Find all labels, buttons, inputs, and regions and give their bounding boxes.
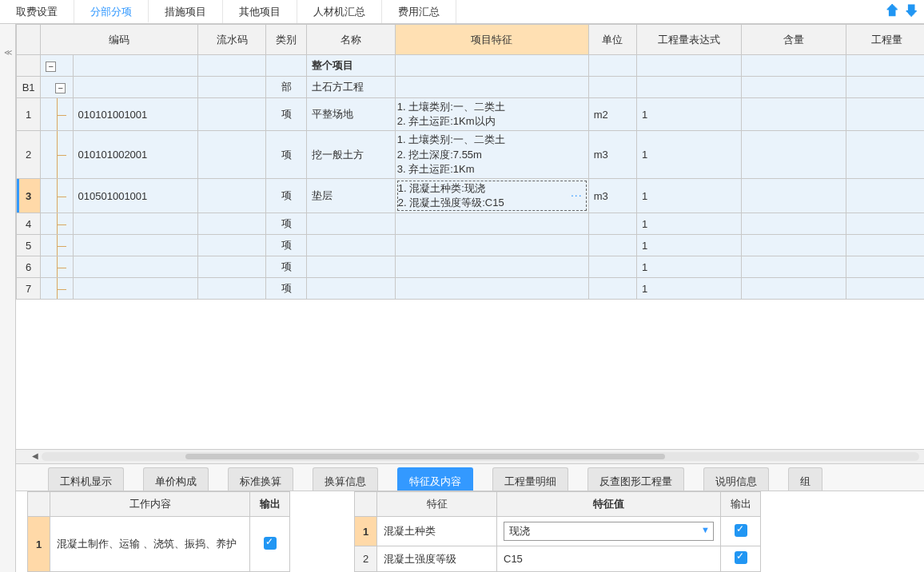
tab-fee-settings[interactable]: 取费设置 bbox=[0, 0, 74, 23]
cell-code[interactable] bbox=[73, 213, 197, 235]
btab-qty-detail[interactable]: 工程量明细 bbox=[492, 467, 568, 491]
checkbox-checked-icon[interactable] bbox=[264, 537, 277, 550]
cell-output[interactable] bbox=[721, 546, 761, 572]
tab-measures[interactable]: 措施项目 bbox=[149, 0, 223, 23]
btab-desc[interactable]: 说明信息 bbox=[703, 467, 769, 491]
header-feature[interactable]: 特征 bbox=[377, 492, 497, 517]
feature-row[interactable]: 1 混凝土种类 现浇▼ bbox=[355, 517, 761, 546]
cell-expr[interactable]: 1 bbox=[637, 178, 742, 213]
checkbox-checked-icon[interactable] bbox=[735, 524, 747, 537]
feature-row[interactable]: 2 混凝土强度等级 C15 bbox=[355, 546, 761, 572]
sidebar-collapse-toggle[interactable]: ≪ bbox=[0, 24, 16, 572]
checkbox-checked-icon[interactable] bbox=[735, 551, 747, 564]
btab-group[interactable]: 组 bbox=[788, 467, 822, 491]
chevron-down-icon[interactable]: ▼ bbox=[701, 525, 710, 534]
table-row[interactable]: 7 项 1 bbox=[17, 278, 925, 300]
cell-eng-qty[interactable] bbox=[846, 235, 924, 256]
header-code[interactable]: 编码 bbox=[41, 25, 198, 55]
table-row-section[interactable]: B1 − 部 土石方工程 bbox=[17, 77, 925, 98]
cell-seq[interactable] bbox=[197, 213, 266, 235]
cell-expr[interactable]: 1 bbox=[637, 256, 742, 278]
table-row[interactable]: 5 项 1 bbox=[17, 235, 925, 256]
cell-eng-qty[interactable] bbox=[846, 98, 924, 131]
header-name[interactable]: 名称 bbox=[306, 25, 395, 55]
cell-qty[interactable] bbox=[742, 278, 846, 300]
cell-qty[interactable] bbox=[742, 131, 846, 179]
cell-eng-qty[interactable] bbox=[846, 256, 924, 278]
cell-seq[interactable] bbox=[197, 235, 266, 256]
cell-code[interactable] bbox=[73, 235, 197, 256]
cell-eng-qty[interactable] bbox=[846, 213, 924, 235]
table-row[interactable]: 4 项 1 bbox=[17, 213, 925, 235]
work-row[interactable]: 1 混凝土制作、运输 、浇筑、振捣、养护 bbox=[28, 517, 290, 572]
cell-code[interactable] bbox=[73, 256, 197, 278]
cell-eng-qty[interactable] bbox=[846, 131, 924, 179]
cell-name[interactable]: 挖一般土方 bbox=[306, 131, 395, 179]
header-eng-qty[interactable]: 工程量 bbox=[846, 25, 924, 55]
cell-eng-qty[interactable] bbox=[846, 178, 924, 213]
header-output[interactable]: 输出 bbox=[721, 492, 761, 517]
cell-name[interactable] bbox=[306, 213, 395, 235]
cell-feature-selected[interactable]: 1. 混凝土种类:现浇2. 混凝土强度等级:C15··· bbox=[397, 181, 587, 211]
cell-expr[interactable]: 1 bbox=[637, 235, 742, 256]
cell-feature-value[interactable]: C15 bbox=[497, 546, 721, 572]
table-row[interactable]: 2 010101002001 项 挖一般土方 1. 土壤类别:一、二类土2. 挖… bbox=[17, 131, 925, 179]
header-work[interactable]: 工作内容 bbox=[50, 492, 250, 517]
header-qty[interactable]: 含量 bbox=[742, 25, 846, 55]
arrow-down-icon[interactable]: 🡇 bbox=[905, 3, 919, 20]
cell-expr[interactable]: 1 bbox=[637, 213, 742, 235]
header-category[interactable]: 类别 bbox=[266, 25, 306, 55]
btab-materials[interactable]: 工料机显示 bbox=[48, 467, 124, 491]
cell-seq[interactable] bbox=[197, 178, 266, 213]
cell-feature-value[interactable]: 现浇▼ bbox=[497, 517, 721, 546]
cell-name[interactable] bbox=[306, 278, 395, 300]
cell-code[interactable]: 010501001001 bbox=[73, 178, 197, 213]
header-seq[interactable]: 流水码 bbox=[197, 25, 266, 55]
header-feature[interactable]: 项目特征 bbox=[395, 25, 588, 55]
table-row[interactable]: 3 010501001001 项 垫层 1. 混凝土种类:现浇2. 混凝土强度等… bbox=[17, 178, 925, 213]
horizontal-scrollbar[interactable]: ◀ bbox=[16, 449, 924, 463]
cell-seq[interactable] bbox=[197, 256, 266, 278]
cell-code[interactable]: 010101001001 bbox=[73, 98, 197, 131]
table-row[interactable]: 6 项 1 bbox=[17, 256, 925, 278]
btab-lookup[interactable]: 反查图形工程量 bbox=[587, 467, 684, 491]
cell-name[interactable]: 垫层 bbox=[306, 178, 395, 213]
header-feature-value[interactable]: 特征值 bbox=[497, 492, 721, 517]
cell-seq[interactable] bbox=[197, 131, 266, 179]
btab-price[interactable]: 单价构成 bbox=[143, 467, 209, 491]
header-expr[interactable]: 工程量表达式 bbox=[637, 25, 742, 55]
tab-other[interactable]: 其他项目 bbox=[223, 0, 297, 23]
table-row[interactable]: 1 010101001001 项 平整场地 1. 土壤类别:一、二类土2. 弃土… bbox=[17, 98, 925, 131]
cell-qty[interactable] bbox=[742, 98, 846, 131]
table-row-root[interactable]: − 整个项目 bbox=[17, 55, 925, 77]
cell-seq[interactable] bbox=[197, 278, 266, 300]
cell-seq[interactable] bbox=[197, 98, 266, 131]
cell-code[interactable]: 010101002001 bbox=[73, 131, 197, 179]
btab-std-conv[interactable]: 标准换算 bbox=[228, 467, 293, 491]
tree-collapse-icon[interactable]: − bbox=[46, 62, 56, 72]
cell-qty[interactable] bbox=[742, 256, 846, 278]
cell-qty[interactable] bbox=[742, 213, 846, 235]
tab-itemized[interactable]: 分部分项 bbox=[74, 0, 149, 23]
cell-expr[interactable]: 1 bbox=[637, 98, 742, 131]
arrow-up-icon[interactable]: 🡅 bbox=[886, 3, 900, 20]
ellipsis-icon[interactable]: ··· bbox=[571, 188, 583, 204]
btab-features[interactable]: 特征及内容 bbox=[397, 467, 473, 491]
cell-name[interactable]: 平整场地 bbox=[306, 98, 395, 131]
btab-conv-info[interactable]: 换算信息 bbox=[313, 467, 378, 491]
cell-code[interactable] bbox=[73, 278, 197, 300]
cell-name[interactable] bbox=[306, 235, 395, 256]
tab-fee-summary[interactable]: 费用汇总 bbox=[382, 0, 456, 23]
cell-eng-qty[interactable] bbox=[846, 278, 924, 300]
cell-qty[interactable] bbox=[742, 178, 846, 213]
cell-output[interactable] bbox=[250, 517, 290, 572]
tab-material-summary[interactable]: 人材机汇总 bbox=[297, 0, 382, 23]
cell-expr[interactable]: 1 bbox=[637, 278, 742, 300]
cell-name[interactable] bbox=[306, 256, 395, 278]
cell-expr[interactable]: 1 bbox=[637, 131, 742, 179]
cell-output[interactable] bbox=[721, 517, 761, 546]
cell-qty[interactable] bbox=[742, 235, 846, 256]
header-output[interactable]: 输出 bbox=[250, 492, 290, 517]
tree-collapse-icon[interactable]: − bbox=[55, 83, 66, 93]
header-unit[interactable]: 单位 bbox=[588, 25, 636, 55]
